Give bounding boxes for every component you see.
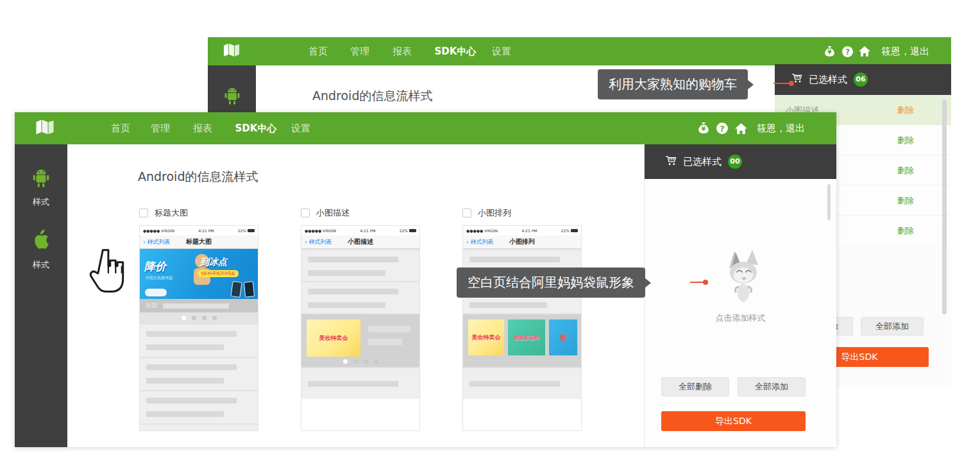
kangaroo-mascot — [716, 248, 765, 305]
user-logout-link[interactable]: 筱恩，退出 — [881, 46, 929, 58]
hand-cursor-icon — [87, 248, 127, 299]
home-icon[interactable] — [734, 121, 748, 135]
scrollbar[interactable] — [942, 99, 947, 314]
cart-icon — [665, 155, 677, 169]
phone-statusbar: ●●●●● VIRGIN 4:21 PM 22% — [140, 226, 258, 235]
help-icon[interactable]: ? — [715, 121, 729, 135]
feed-item-placeholder — [140, 323, 258, 357]
nav-home-tab[interactable]: 首页 — [111, 123, 130, 135]
svg-text:¥: ¥ — [827, 49, 831, 55]
front-navbar: 首页 管理 报表 SDK中心 设置 ¥ ? 筱恩，退出 — [15, 112, 836, 144]
feed-item-placeholder — [140, 390, 258, 423]
add-all-button[interactable]: 全部添加 — [738, 377, 806, 396]
nav-settings-tab[interactable]: 设置 — [492, 46, 511, 58]
sidebar-item-android-styles[interactable]: 样式 — [15, 167, 67, 208]
placeholder-bar — [146, 331, 237, 337]
front-sidebar: 样式 样式 — [15, 144, 67, 447]
checkbox-title-bigimage[interactable] — [139, 208, 148, 217]
help-icon[interactable]: ? — [840, 44, 854, 58]
nav-home-tab[interactable]: 首页 — [308, 46, 328, 58]
android-icon — [31, 167, 51, 191]
scrollbar[interactable] — [827, 184, 831, 220]
user-logout-link[interactable]: 筱恩，退出 — [757, 123, 805, 135]
dot — [182, 316, 186, 320]
placeholder-bar — [146, 344, 224, 350]
delete-link[interactable]: 删除 — [897, 165, 914, 176]
phone-screen-title: 小图排列 — [509, 237, 535, 246]
back-link[interactable]: ‹ 样式列表 — [305, 238, 332, 246]
placeholder-bar — [308, 270, 385, 276]
feed-item-placeholder — [301, 367, 419, 399]
banner-sub-text: 外面太热进来脱 — [146, 275, 173, 281]
placeholder-bar — [469, 381, 560, 387]
delete-link[interactable]: 删除 — [897, 105, 914, 116]
delete-link[interactable]: 删除 — [897, 135, 914, 146]
add-style-hint: 点击添加样式 — [716, 312, 766, 324]
annotation-connector-line — [690, 282, 705, 283]
placeholder-bar — [146, 411, 224, 417]
back-link[interactable]: ‹ 样式列表 — [143, 238, 170, 246]
placeholder-bar — [308, 257, 398, 262]
banner-product — [145, 289, 167, 296]
back-panel-header: 已选样式 06 — [775, 64, 951, 95]
panel-title: 已选样式 — [683, 156, 722, 168]
style-checkbox-group: 小图描述 — [301, 207, 350, 219]
money-bag-icon[interactable]: ¥ — [822, 44, 836, 58]
home-icon[interactable] — [858, 44, 872, 58]
banner-product — [230, 281, 242, 298]
nav-report-tab[interactable]: 报表 — [393, 46, 412, 58]
carousel-dots — [140, 312, 258, 323]
title-tag: 标题 — [146, 302, 157, 310]
feed-item-placeholder — [140, 423, 258, 431]
nav-report-tab[interactable]: 报表 — [193, 123, 212, 135]
placeholder-bar — [146, 398, 237, 404]
carrier-text: ●●●●● VIRGIN — [466, 228, 498, 233]
back-link[interactable]: ‹ 样式列表 — [466, 238, 493, 246]
checkbox-label: 标题大图 — [155, 207, 188, 219]
nav-manage-tab[interactable]: 管理 — [350, 46, 369, 58]
selected-count-badge: 00 — [728, 155, 742, 169]
screen: 首页 管理 报表 SDK中心 设置 ¥ ? 筱恩，退出 Android的信息流样… — [0, 0, 980, 476]
delete-link[interactable]: 删除 — [897, 195, 914, 207]
chevron-left-icon: ‹ — [143, 239, 146, 245]
feed-item-placeholder — [301, 249, 419, 281]
placeholder-bar — [163, 303, 229, 309]
dot — [212, 316, 217, 320]
battery-icon — [248, 229, 255, 232]
banner-pill-text: 5折4G手机319元起 — [198, 270, 239, 277]
carousel-dots — [301, 359, 419, 364]
carrier-text: ●●●●● VIRGIN — [305, 228, 336, 233]
phone-preview-title-bigimage: ●●●●● VIRGIN 4:21 PM 22% ‹ 样式列表 标题大图 降价 … — [139, 225, 258, 431]
sidebar-item-ios-styles[interactable]: 样式 — [15, 229, 67, 271]
chevron-left-icon: ‹ — [466, 239, 469, 245]
placeholder-bar — [308, 289, 398, 294]
checkbox-smallimage-row[interactable] — [462, 208, 471, 217]
promo-banner-image: 降价 到冰点 5折4G手机319元起 外面太热进来脱 — [140, 249, 258, 299]
checkbox-smallimage-desc[interactable] — [301, 208, 310, 217]
add-all-button[interactable]: 全部添加 — [861, 317, 924, 336]
annotation-kangaroo-tooltip: 空白页结合阿里妈妈袋鼠形象 — [457, 268, 645, 298]
feed-item-placeholder — [301, 281, 419, 313]
nav-sdk-tab[interactable]: SDK中心 — [235, 123, 277, 135]
nav-sdk-tab[interactable]: SDK中心 — [435, 46, 477, 58]
banner-product — [244, 281, 255, 297]
export-sdk-button[interactable]: 导出SDK — [661, 411, 806, 431]
back-page-title: Android的信息流样式 — [312, 88, 432, 105]
delete-all-button[interactable]: 全部删除 — [661, 377, 729, 396]
promo-thumb-beauty: 美妆特卖会 — [468, 319, 504, 355]
app-logo-icon[interactable] — [34, 119, 56, 139]
feed-item-placeholder — [463, 367, 581, 399]
phone-screen-title: 标题大图 — [186, 237, 212, 246]
nav-settings-tab[interactable]: 设置 — [291, 123, 310, 135]
style-checkbox-group: 标题大图 — [139, 207, 188, 219]
app-logo-icon[interactable] — [222, 42, 241, 60]
placeholder-bar — [146, 378, 224, 384]
nav-manage-tab[interactable]: 管理 — [151, 123, 170, 135]
clock-text: 4:21 PM — [521, 228, 537, 233]
clock-text: 4:21 PM — [198, 228, 214, 233]
sidebar-item-label: 样式 — [33, 259, 49, 271]
delete-link[interactable]: 删除 — [897, 225, 914, 237]
placeholder-bar — [469, 302, 547, 308]
dot — [353, 359, 358, 364]
money-bag-icon[interactable]: ¥ — [697, 121, 711, 135]
